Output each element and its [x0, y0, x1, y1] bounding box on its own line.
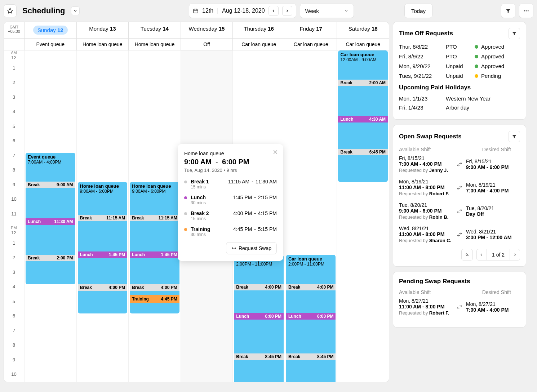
queue-cell: Car loan queue: [337, 39, 389, 50]
time-column: AM121234567891011PM1212345678910: [4, 50, 24, 382]
shift-block[interactable]: Home loan queue 9:00AM - 6:00PM Break11:…: [78, 182, 128, 313]
stripe-break: Break4:00 PM: [234, 284, 284, 290]
queue-cell: Car loan queue: [232, 39, 285, 50]
swap-arrow-icon: [457, 161, 462, 167]
request-swap-button[interactable]: Request Swap: [226, 242, 277, 254]
view-mode-select[interactable]: Week: [300, 4, 354, 18]
shift-block[interactable]: Car loan queue 2:00PM - 11:00PM Break4:0…: [286, 255, 336, 382]
shift-block[interactable]: Car loan queue 2:00PM - 11:00PM Break4:0…: [234, 255, 284, 382]
shift-block[interactable]: Event queue 7:00AM - 4:00PM Break9:00 AM…: [26, 153, 75, 284]
time-off-title: Time Off Requests: [399, 30, 453, 37]
popover-segment: Break 215 mins 4:00 PM-4:15 PM: [184, 210, 277, 221]
favorite-button[interactable]: [4, 4, 17, 17]
stripe-break: Break8:45 PM: [286, 353, 336, 360]
hour-label: 1: [4, 65, 24, 80]
day-col-monday: Home loan queue 9:00AM - 6:00PM Break11:…: [76, 50, 129, 382]
svg-point-5: [524, 10, 525, 12]
open-swaps-panel: Open Swap Requests Available Shift Desir…: [393, 125, 526, 267]
popover-queue: Home loan queue: [184, 151, 277, 156]
hour-label: 2: [4, 255, 24, 270]
shift-title: Home loan queue: [78, 182, 128, 189]
chevron-right-icon: [285, 9, 289, 13]
hour-label: 4: [4, 109, 24, 124]
swap-row[interactable]: Mon, 8/27/21 11:00 AM - 8:00 PM Requeste…: [399, 298, 520, 316]
day-header-sunday[interactable]: Sunday 12: [24, 22, 76, 38]
queue-cell: Car loan queue: [285, 39, 337, 50]
hour-label: 8: [4, 342, 24, 357]
day-header-friday[interactable]: Friday 17: [285, 22, 337, 38]
view-mode-label: Week: [305, 8, 319, 14]
popover-segment: Break 115 mins 11:15 AM-11:30 AM: [184, 179, 277, 190]
chevron-down-icon: [73, 9, 77, 13]
day-header-saturday[interactable]: Saturday 18: [337, 22, 389, 38]
swap-expand-button[interactable]: [461, 249, 473, 260]
hour-label: 9: [4, 357, 24, 372]
pager-next-button[interactable]: [510, 249, 520, 260]
time-off-filter-button[interactable]: [509, 28, 520, 39]
time-off-row[interactable]: Thur, 8/8/22PTOApproved: [399, 44, 520, 50]
swap-icon: [231, 246, 236, 251]
shift-block[interactable]: Home loan queue 9:00AM - 6:00PM Break11:…: [130, 182, 179, 313]
stripe-break: Break11:15 AM: [78, 215, 128, 221]
day-header-thursday[interactable]: Thursday 16: [232, 22, 285, 38]
day-col-friday: Car loan queue 2:00PM - 11:00PM Break4:0…: [285, 50, 337, 382]
day-col-tuesday: Home loan queue 9:00AM - 6:00PM Break11:…: [128, 50, 181, 382]
more-button[interactable]: [519, 4, 533, 18]
time-off-panel: Time Off Requests Thur, 8/8/22PTOApprove…: [393, 22, 526, 120]
shift-detail-popover: Home loan queue 9:00 AM - 6:00 PM Tue, A…: [178, 144, 283, 261]
filter-icon: [512, 31, 517, 36]
swap-row[interactable]: Wed, 8/21/21 11:00 AM - 8:00 PM Requeste…: [399, 226, 520, 243]
hour-label: 2: [4, 80, 24, 94]
header-filter-button[interactable]: [501, 4, 515, 18]
swap-row[interactable]: Fri, 8/15/21 7:00 AM - 4:00 PM Requested…: [399, 155, 520, 173]
star-icon: [7, 8, 13, 14]
popover-dateline: Tue, Aug 14, 2020 • 9 hrs: [184, 168, 277, 173]
swap-row[interactable]: Mon, 8/19/21 11:00 AM - 8:00 PM Requeste…: [399, 179, 520, 196]
hour-label: AM12: [4, 50, 24, 65]
day-header-tuesday[interactable]: Tuesday 14: [128, 22, 181, 38]
queue-cell: Home loan queue: [76, 39, 129, 50]
stripe-lunch: Lunch1:45 PM: [78, 251, 128, 258]
stripe-lunch: Lunch6:00 PM: [234, 313, 284, 320]
next-week-button[interactable]: [282, 6, 292, 16]
queue-row: Event queue Home loan queue Home loan qu…: [4, 39, 389, 50]
swap-row[interactable]: Tue, 8/20/21 9:00 AM - 6:00 PM Requested…: [399, 202, 520, 220]
open-swaps-filter-button[interactable]: [509, 131, 520, 142]
stripe-lunch: Lunch6:00 PM: [286, 313, 336, 320]
svg-rect-1: [194, 9, 198, 13]
hour-label: 10: [4, 196, 24, 211]
prev-week-button[interactable]: [268, 6, 279, 16]
time-off-row[interactable]: Fri, 8/9/22PTOApproved: [399, 53, 520, 59]
page-title-dropdown[interactable]: [71, 6, 80, 15]
hour-label: PM12: [4, 226, 24, 240]
desired-shift-label: Desired Shift: [482, 289, 520, 295]
popover-close-button[interactable]: [272, 149, 278, 155]
today-button[interactable]: Today: [404, 4, 432, 18]
shift-time: 2:00PM - 11:00PM: [234, 262, 284, 268]
shift-time: 9:00AM - 6:00PM: [78, 189, 128, 195]
hour-label: 5: [4, 299, 24, 313]
close-icon: [272, 149, 278, 155]
queue-cell: Off: [181, 39, 233, 50]
time-off-row[interactable]: Tues, 9/21/22UnpaidPending: [399, 73, 520, 79]
shift-block[interactable]: Car loan queue 12:00AM - 9:00AM Break2:0…: [338, 50, 388, 182]
pager-prev-button[interactable]: [477, 249, 487, 260]
hour-label: 4: [4, 284, 24, 299]
chevron-left-icon: [479, 253, 484, 257]
stripe-break: Break2:00 PM: [26, 255, 75, 261]
stripe-lunch: Lunch1:45 PM: [130, 251, 179, 258]
swap-arrow-icon: [457, 304, 462, 310]
hour-label: 1: [4, 240, 24, 255]
pending-swaps-panel: Pending Swap Requests Available Shift De…: [393, 272, 526, 328]
more-horizontal-icon: [523, 8, 529, 14]
hour-label: 9: [4, 182, 24, 197]
queue-cell: Event queue: [24, 39, 76, 50]
stripe-break: Break6:45 PM: [338, 149, 388, 155]
time-off-row[interactable]: Mon, 9/20/22UnpaidApproved: [399, 63, 520, 69]
day-header-wednesday[interactable]: Wednesday 15: [181, 22, 233, 38]
day-header-monday[interactable]: Monday 13: [76, 22, 129, 38]
page-title: Scheduling: [22, 6, 65, 15]
stripe-break: Break9:00 AM: [26, 182, 75, 188]
filter-icon: [505, 8, 511, 14]
stripe-break: Break4:00 PM: [286, 284, 336, 290]
